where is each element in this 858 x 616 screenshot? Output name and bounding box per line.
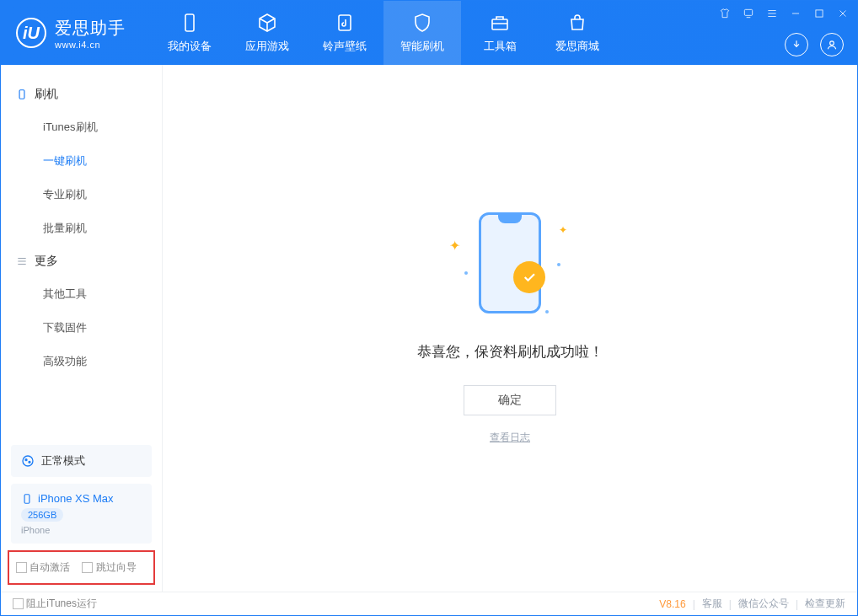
update-link[interactable]: 检查更新 [805,597,845,611]
header-actions [785,33,844,56]
svg-rect-6 [19,90,24,99]
tab-flash[interactable]: 智能刷机 [383,1,461,65]
sidebar-item-tools[interactable]: 其他工具 [1,277,162,311]
minimize-icon[interactable] [788,6,803,21]
checkbox-skip-guide[interactable]: 跳过向导 [82,560,136,575]
svg-rect-4 [816,10,823,17]
feedback-icon[interactable] [741,6,756,21]
menu-icon[interactable] [764,6,780,21]
group-more: 更多 [1,245,162,277]
app-url: www.i4.cn [55,40,126,50]
tab-toolbox[interactable]: 工具箱 [461,1,539,65]
mode-box[interactable]: 正常模式 [11,445,152,477]
device-small-icon [16,88,28,100]
skin-icon[interactable] [717,6,732,21]
check-badge-icon [513,261,545,293]
wechat-link[interactable]: 微信公众号 [738,597,789,611]
user-button[interactable] [820,33,844,56]
sidebar-item-batch[interactable]: 批量刷机 [1,212,162,245]
mode-icon [21,454,35,468]
tab-label: 工具箱 [484,39,517,54]
success-message: 恭喜您，保资料刷机成功啦！ [417,342,603,362]
sidebar-item-advanced[interactable]: 高级功能 [1,345,162,378]
group-flash: 刷机 [1,78,162,110]
svg-point-9 [29,461,30,463]
svg-rect-0 [185,14,194,31]
svg-rect-1 [339,15,351,30]
group-title: 刷机 [35,87,58,102]
window-controls [717,6,850,21]
tab-store[interactable]: 爱思商城 [539,1,616,65]
sidebar-item-oneclick[interactable]: 一键刷机 [1,144,162,178]
maximize-icon[interactable] [812,6,827,21]
tab-label: 爱思商城 [555,39,599,54]
tab-apps[interactable]: 应用游戏 [228,1,306,65]
tab-label: 智能刷机 [400,39,444,54]
sidebar-item-itunes[interactable]: iTunes刷机 [1,110,162,144]
svg-point-5 [830,41,834,46]
device-icon [21,493,33,505]
app-name: 爱思助手 [55,17,126,40]
tab-ringtones[interactable]: 铃声壁纸 [306,1,383,65]
checkbox-auto-activate[interactable]: 自动激活 [16,560,70,575]
checkbox-block-itunes[interactable]: 阻止iTunes运行 [13,597,97,611]
app-header: iU 爱思助手 www.i4.cn 我的设备 应用游戏 铃声壁纸 智能刷机 工具… [1,1,857,65]
device-name-text: iPhone XS Max [38,492,114,505]
bag-icon [566,12,588,34]
svg-rect-10 [24,494,29,503]
status-bar: 阻止iTunes运行 V8.16 | 客服 | 微信公众号 | 检查更新 [1,592,857,615]
svg-point-7 [23,456,33,466]
device-type: iPhone [21,525,50,535]
ok-button[interactable]: 确定 [464,385,556,415]
close-icon[interactable] [835,6,850,21]
version-label: V8.16 [659,598,685,610]
sidebar-item-pro[interactable]: 专业刷机 [1,178,162,212]
main-content: ✦ ✦ 恭喜您，保资料刷机成功啦！ 确定 查看日志 [163,65,857,592]
logo: iU 爱思助手 www.i4.cn [1,1,141,65]
svg-point-8 [25,459,27,461]
success-illustration: ✦ ✦ [434,212,586,322]
support-link[interactable]: 客服 [702,597,722,611]
mode-label: 正常模式 [41,453,85,469]
main-tabs: 我的设备 应用游戏 铃声壁纸 智能刷机 工具箱 爱思商城 [151,1,616,65]
shield-icon [411,12,433,34]
list-icon [16,255,28,267]
toolbox-icon [489,12,511,34]
tab-label: 应用游戏 [245,39,289,54]
music-icon [334,12,356,34]
group-title: 更多 [35,254,58,269]
sidebar: 刷机 iTunes刷机 一键刷机 专业刷机 批量刷机 更多 其他工具 下载固件 … [1,65,163,592]
tab-label: 我的设备 [168,39,212,54]
sidebar-item-firmware[interactable]: 下载固件 [1,311,162,345]
highlighted-options: 自动激活 跳过向导 [8,550,155,585]
download-button[interactable] [785,33,808,56]
view-log-link[interactable]: 查看日志 [490,431,530,445]
cube-icon [256,12,278,34]
svg-rect-3 [744,9,752,15]
phone-icon [179,12,201,34]
tab-label: 铃声壁纸 [323,39,367,54]
logo-icon: iU [16,18,46,48]
storage-pill: 256GB [21,508,63,522]
device-box[interactable]: iPhone XS Max 256GB iPhone [11,484,152,544]
tab-my-device[interactable]: 我的设备 [151,1,228,65]
svg-rect-2 [492,19,507,29]
